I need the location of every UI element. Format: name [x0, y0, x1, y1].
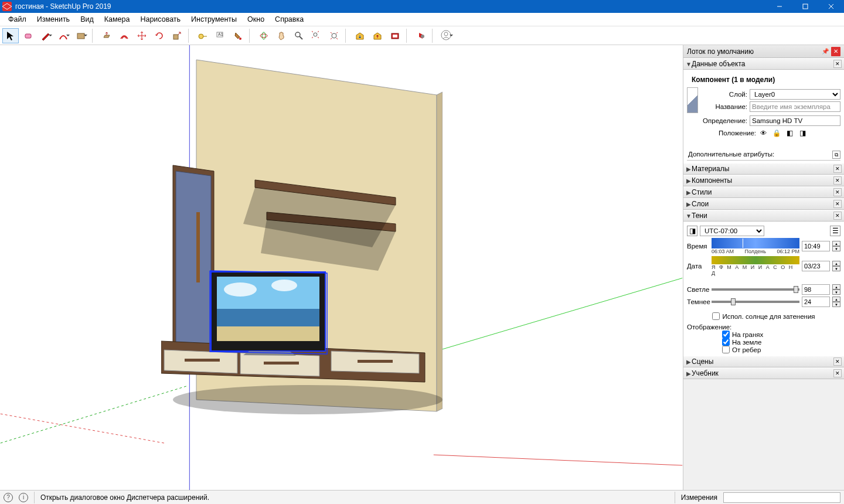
minimize-button[interactable]: [767, 0, 792, 13]
maximize-button[interactable]: [792, 0, 818, 13]
shadow-details-button[interactable]: ☰: [830, 226, 840, 236]
from-edges-checkbox[interactable]: [722, 346, 730, 353]
panel-close-button[interactable]: ✕: [833, 212, 842, 220]
light-slider[interactable]: [712, 288, 799, 291]
panel-instructor-header[interactable]: ▶Учебник✕: [683, 367, 844, 379]
svg-rect-6: [173, 35, 178, 39]
tape-tool-button[interactable]: [195, 28, 211, 43]
arc-tool-button[interactable]: [55, 28, 72, 43]
menu-file[interactable]: Файл: [4, 14, 31, 25]
shape-tool-button[interactable]: [73, 28, 89, 43]
attrs-config-button[interactable]: ⧉: [832, 151, 840, 159]
svg-point-19: [421, 35, 424, 38]
extension-warehouse-button[interactable]: [387, 28, 403, 43]
pencil-tool-button[interactable]: [38, 28, 54, 43]
menu-window[interactable]: Окно: [243, 14, 269, 25]
layer-select[interactable]: Layer0: [750, 89, 840, 100]
panel-close-button[interactable]: ✕: [833, 165, 842, 173]
on-faces-checkbox[interactable]: [722, 331, 730, 338]
panel-close-button[interactable]: ✕: [833, 60, 842, 68]
svg-rect-35: [196, 212, 200, 282]
panel-shadows-header[interactable]: ▼Тени✕: [683, 210, 844, 222]
shadow-toggle-icon[interactable]: ◨: [687, 226, 697, 236]
panel-close-button[interactable]: ✕: [833, 369, 842, 377]
definition-input[interactable]: [750, 115, 840, 126]
menu-bar: Файл Изменить Вид Камера Нарисовать Инст…: [0, 13, 844, 26]
menu-edit[interactable]: Изменить: [32, 14, 74, 25]
date-slider[interactable]: [712, 256, 799, 264]
menu-draw[interactable]: Нарисовать: [135, 14, 185, 25]
move-tool-button[interactable]: [134, 28, 150, 43]
panel-close-button[interactable]: ✕: [833, 200, 842, 208]
title-bar: гостиная - SketchUp Pro 2019: [0, 0, 844, 13]
zoom-extents-button[interactable]: [308, 28, 325, 43]
offset-tool-button[interactable]: [116, 28, 132, 43]
panel-close-button[interactable]: ✕: [833, 357, 842, 366]
menu-tools[interactable]: Инструменты: [186, 14, 241, 25]
time-stepper[interactable]: ▲▼: [832, 241, 840, 251]
toggle-visible-icon[interactable]: 👁: [758, 128, 769, 138]
svg-point-10: [239, 38, 241, 40]
orbit-tool-button[interactable]: [256, 28, 272, 43]
zoom-tool-button[interactable]: [291, 28, 307, 43]
panel-close-button[interactable]: ✕: [833, 188, 842, 196]
pushpull-tool-button[interactable]: [98, 28, 115, 43]
date-input[interactable]: [802, 261, 830, 271]
pan-tool-button[interactable]: [273, 28, 290, 43]
light-input[interactable]: [802, 284, 830, 295]
app-logo-icon: [2, 2, 12, 11]
dark-input[interactable]: [802, 297, 830, 307]
toggle-lock-icon[interactable]: 🔒: [771, 128, 782, 138]
eraser-tool-button[interactable]: [20, 28, 36, 43]
rotate-tool-button[interactable]: [151, 28, 168, 43]
menu-view[interactable]: Вид: [76, 14, 98, 25]
panel-entity-header[interactable]: ▼ Данные объекта ✕: [683, 58, 844, 70]
date-stepper[interactable]: ▲▼: [832, 261, 840, 271]
sun-shading-checkbox[interactable]: [712, 312, 720, 320]
warehouse-send-button[interactable]: [369, 28, 386, 43]
date-label: Дата: [687, 263, 709, 270]
time-slider[interactable]: [712, 238, 799, 248]
toggle-cast-icon[interactable]: ◨: [797, 128, 808, 138]
svg-marker-34: [176, 171, 211, 347]
svg-point-49: [224, 282, 257, 297]
dark-slider[interactable]: [712, 301, 799, 303]
menu-camera[interactable]: Камера: [100, 14, 135, 25]
on-ground-checkbox[interactable]: [722, 338, 730, 346]
user-profile-button[interactable]: [438, 28, 455, 43]
tray-close-button[interactable]: ✕: [831, 47, 840, 56]
time-input[interactable]: [802, 241, 830, 251]
info-icon[interactable]: i: [19, 493, 28, 502]
help-icon[interactable]: ?: [4, 493, 13, 502]
instance-name-input[interactable]: [750, 101, 840, 112]
svg-point-16: [332, 33, 336, 38]
svg-rect-48: [217, 326, 319, 341]
tray-pin-icon[interactable]: 📌: [821, 47, 830, 56]
timezone-select[interactable]: UTC-07:00: [700, 226, 764, 236]
panel-close-button[interactable]: ✕: [833, 176, 842, 185]
dark-stepper[interactable]: ▲▼: [832, 297, 840, 307]
panel-components-header[interactable]: ▶Компоненты✕: [683, 175, 844, 186]
scale-tool-button[interactable]: [169, 28, 185, 43]
extension-manager-button[interactable]: [413, 28, 429, 43]
panel-styles-header[interactable]: ▶Стили✕: [683, 186, 844, 198]
panel-layers-header[interactable]: ▶Слои✕: [683, 198, 844, 210]
tray-title: Лоток по умолчанию: [687, 47, 754, 56]
warehouse-get-button[interactable]: [352, 28, 368, 43]
panel-materials-header[interactable]: ▶Материалы✕: [683, 163, 844, 175]
position-label: Положение:: [687, 130, 756, 137]
select-tool-button[interactable]: [2, 28, 19, 43]
toggle-shadows-icon[interactable]: ◧: [784, 128, 795, 138]
tray-title-bar[interactable]: Лоток по умолчанию 📌 ✕: [683, 45, 844, 58]
zoom-window-button[interactable]: [326, 28, 342, 43]
light-stepper[interactable]: ▲▼: [832, 284, 840, 295]
close-button[interactable]: [818, 0, 844, 13]
panel-scenes-header[interactable]: ▶Сцены✕: [683, 356, 844, 367]
measurements-input[interactable]: [723, 492, 840, 503]
menu-help[interactable]: Справка: [270, 14, 308, 25]
collapse-arrow-icon: ▼: [686, 61, 692, 67]
panel-entity-body: Компонент (1 в модели) Слой: Layer0 Назв…: [683, 70, 844, 163]
paint-tool-button[interactable]: [230, 28, 246, 43]
text-tool-button[interactable]: A1: [212, 28, 229, 43]
viewport[interactable]: [0, 45, 683, 490]
